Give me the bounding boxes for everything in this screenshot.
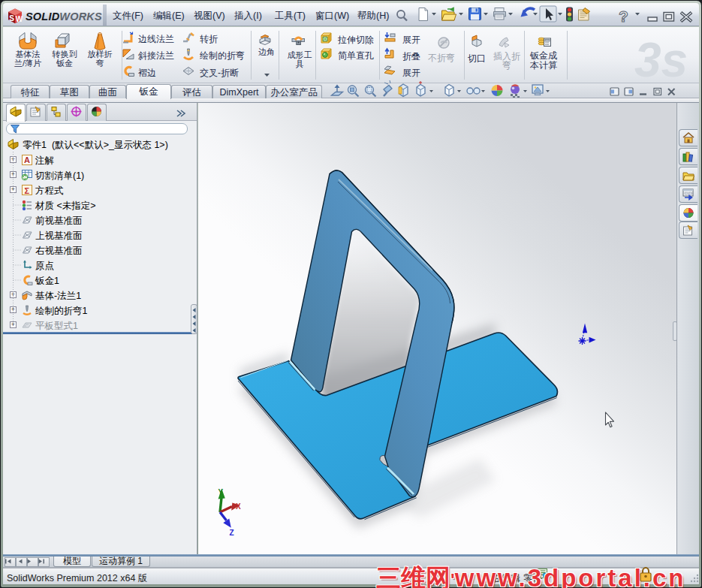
svg-text:?: ?	[619, 8, 628, 25]
svg-text:A: A	[24, 155, 30, 164]
svg-text:Σ: Σ	[25, 186, 30, 195]
